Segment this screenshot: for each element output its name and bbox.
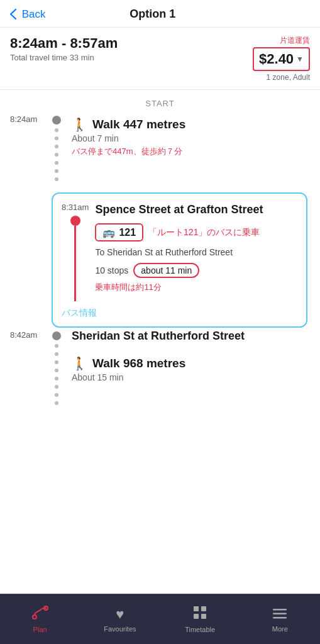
arrival-content: Sheridan St at Rutherford Street 🚶 Walk … [64,329,310,409]
tab-plan[interactable]: Plan [0,606,80,633]
arrival-dots [55,340,58,409]
walk-jp-text: バス停まで447m、徒歩約７分 [72,146,310,157]
tab-more[interactable]: More [240,606,320,633]
tab-favourites[interactable]: ♥ Favourites [80,606,160,633]
bus-content: Spence Street at Grafton Street 🚌 121 「ル… [95,203,297,293]
svg-rect-3 [201,606,206,611]
walk2-details: 🚶 Walk 968 metres About 15 min [72,352,310,382]
fare-label-jp: 片道運賃 [280,35,310,46]
heart-icon: ♥ [116,606,124,623]
walk-line-col [49,113,64,185]
walk-start-dot [52,116,61,125]
walk-details: 🚶 Walk 447 metres About 7 min バス停まで447m、… [72,113,310,157]
bus-direction: To Sheridan St at Rutherford Street [95,247,297,259]
bus-time-jp: 乗車時間は約11分 [95,282,297,293]
tab-timetable[interactable]: Timetable [160,606,240,633]
header: Back Option 1 [0,0,320,28]
bus-duration-text: about 11 min [141,265,192,275]
tab-more-label: More [272,625,288,633]
dot7 [55,177,58,181]
arrival-time: 8:42am [10,329,49,409]
bus-route-row: 🚌 121 「ルート121」のバスに乗車 [95,223,297,242]
walk-time: 8:24am [10,113,49,185]
adot5 [55,377,58,380]
fare-time: 8:24am - 8:57am [10,35,118,52]
svg-rect-6 [273,609,287,611]
walk-title: Walk 447 metres [92,118,185,131]
fare-section: 8:24am - 8:57am Total travel time 33 min… [0,28,320,90]
walk2-title: Walk 968 metres [92,357,185,370]
fare-right: 片道運賃 $2.40 ▼ 1 zone, Adult [253,35,310,82]
walk-segment: 8:24am 🚶 Walk 447 metres About 7 min [0,113,320,185]
walk2-person-icon: 🚶 [72,356,87,371]
tab-favourites-label: Favourites [104,625,136,633]
dot4 [55,153,58,157]
adot6 [55,385,58,389]
bus-wrapper: 8:31am Spence Street at Grafton Street 🚌… [52,192,307,328]
bus-info-row: バス情報 [53,308,306,326]
tab-bar: Plan ♥ Favourites Timetable More [0,594,320,644]
svg-rect-2 [194,606,199,611]
arrival-dot [52,331,61,340]
adot4 [55,369,58,372]
bus-time: 8:31am [62,203,89,212]
back-button[interactable]: Back [10,8,46,21]
svg-rect-5 [201,614,206,619]
dot3 [55,145,58,148]
page-title: Option 1 [130,8,175,21]
walk-dots [55,125,58,185]
bus-segment-container: 8:31am Spence Street at Grafton Street 🚌… [6,185,320,335]
adot8 [55,401,58,405]
walk2-subtitle: About 15 min [72,372,310,382]
walk-person-icon: 🚶 [72,117,87,132]
adot2 [55,352,58,356]
dot2 [55,136,58,140]
dot6 [55,169,58,173]
bus-duration-badge: about 11 min [133,263,199,278]
bus-icon: 🚌 [102,226,115,238]
fare-dropdown-arrow-icon: ▼ [296,55,304,64]
main-timeline: START 8:24am 🚶 Walk 447 metres [0,90,320,421]
walk-icon-row: 🚶 Walk 447 metres [72,117,310,132]
arrival-line-col [49,329,64,409]
back-chevron-icon [10,9,16,19]
adot1 [55,344,58,348]
arrival-segment: 8:42am Sheridan St at Rutherford Street … [0,329,320,409]
bus-stops-row: 10 stops about 11 min [95,263,297,278]
tab-plan-label: Plan [33,626,47,633]
bus-stop-name: Spence Street at Grafton Street [95,203,297,217]
plan-icon [32,606,48,623]
adot3 [55,360,58,364]
walk2-icon-row: 🚶 Walk 968 metres [72,356,310,371]
svg-rect-7 [273,613,287,614]
walk-content: 🚶 Walk 447 metres About 7 min バス停まで447m、… [64,113,310,185]
arrival-stop-name: Sheridan St at Rutherford Street [72,329,310,343]
bus-time-line-col: 8:31am [62,203,89,301]
fare-price-box[interactable]: $2.40 ▼ [253,47,310,71]
bus-stops-count: 10 stops [95,265,128,275]
bus-board-jp: 「ルート121」のバスに乗車 [148,227,260,238]
walk-subtitle: About 7 min [72,133,310,143]
bus-badge: 🚌 121 [95,223,143,242]
start-label: START [0,90,320,113]
tab-timetable-label: Timetable [185,626,215,633]
bus-header-row: 8:31am Spence Street at Grafton Street 🚌… [53,194,306,308]
back-label: Back [22,8,46,21]
fare-left: 8:24am - 8:57am Total travel time 33 min [10,35,118,62]
bus-pink-line [74,226,76,301]
bus-info-label[interactable]: バス情報 [62,308,97,319]
more-icon [273,606,287,623]
dot5 [55,161,58,165]
fare-duration: Total travel time 33 min [10,53,118,62]
bus-route-number: 121 [119,227,136,238]
adot7 [55,393,58,397]
svg-rect-4 [194,614,199,619]
dot1 [55,128,58,132]
svg-rect-8 [273,617,287,619]
fare-zone: 1 zone, Adult [267,73,310,82]
fare-price: $2.40 [259,51,294,67]
bus-stop-dot [70,216,80,226]
timetable-icon [193,606,207,623]
